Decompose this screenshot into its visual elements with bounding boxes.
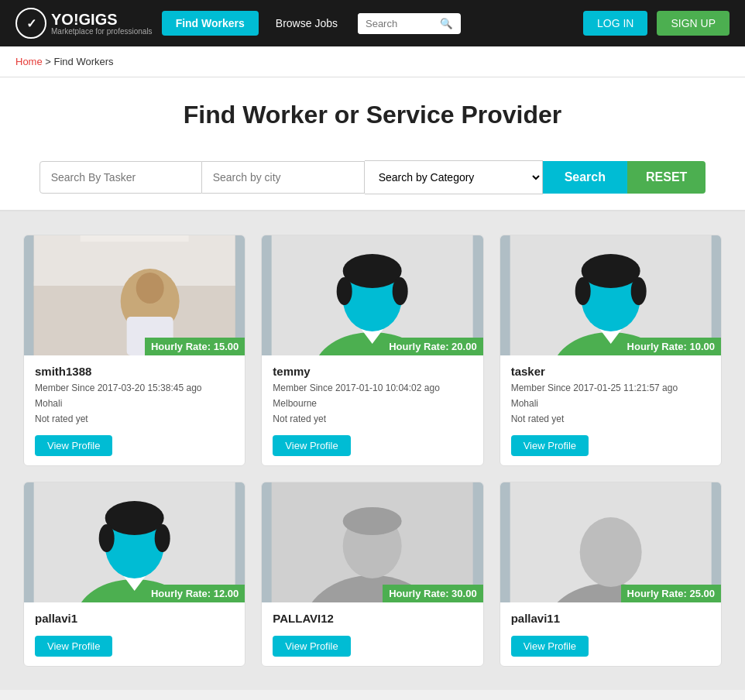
- search-category-select[interactable]: Search by Category: [365, 160, 543, 194]
- worker-city: Melbourne: [273, 396, 472, 410]
- search-tasker-input[interactable]: [39, 161, 202, 194]
- view-profile-button[interactable]: View Profile: [273, 636, 350, 657]
- card-image: Hourly Rate: 10.00: [500, 235, 721, 355]
- hourly-rate-badge: Hourly Rate: 15.00: [145, 338, 245, 355]
- card-body: pallavi11 View Profile: [500, 602, 721, 666]
- worker-card: Hourly Rate: 12.00 pallavi1 View Profile: [23, 482, 245, 667]
- content-area: Hourly Rate: 15.00 smith1388 Member Sinc…: [0, 211, 745, 690]
- worker-username: pallavi1: [35, 612, 234, 625]
- view-profile-button[interactable]: View Profile: [511, 435, 589, 456]
- svg-point-37: [579, 517, 641, 587]
- hourly-rate-badge: Hourly Rate: 20.00: [383, 338, 482, 355]
- svg-point-22: [630, 277, 646, 305]
- breadcrumb-separator: >: [45, 56, 51, 67]
- card-body: tasker Member Since 2017-01-25 11:21:57 …: [500, 355, 721, 465]
- card-image: Hourly Rate: 25.00: [500, 482, 721, 602]
- svg-point-14: [393, 277, 408, 305]
- worker-card: Hourly Rate: 15.00 smith1388 Member Sinc…: [23, 235, 245, 466]
- page-title-section: Find Worker or Service Provider: [0, 77, 745, 145]
- logo-sub: Marketplace for professionals: [51, 27, 153, 36]
- svg-point-12: [343, 254, 402, 288]
- hourly-rate-badge: Hourly Rate: 12.00: [145, 585, 245, 602]
- worker-username: pallavi11: [511, 612, 710, 625]
- worker-card: Hourly Rate: 20.00 temmy Member Since 20…: [261, 235, 483, 466]
- svg-point-29: [99, 524, 115, 552]
- reset-button[interactable]: RESET: [627, 161, 706, 194]
- card-body: smith1388 Member Since 2017-03-20 15:38:…: [24, 355, 245, 465]
- hourly-rate-badge: Hourly Rate: 10.00: [621, 338, 721, 355]
- search-button[interactable]: Search: [543, 161, 627, 194]
- login-button[interactable]: LOG IN: [583, 11, 647, 36]
- header-search-icon[interactable]: 🔍: [432, 13, 461, 34]
- view-profile-button[interactable]: View Profile: [35, 435, 112, 456]
- find-workers-button[interactable]: Find Workers: [162, 11, 259, 36]
- card-body: pallavi1 View Profile: [24, 602, 245, 666]
- worker-rating: Not rated yet: [511, 412, 710, 426]
- header-search-input[interactable]: [358, 13, 432, 34]
- search-bar: Search by Category Search RESET: [0, 145, 745, 211]
- card-body: PALLAVI12 View Profile: [262, 602, 482, 666]
- worker-member-since: Member Since 2017-01-25 11:21:57 ago: [511, 381, 710, 395]
- view-profile-button[interactable]: View Profile: [273, 435, 350, 456]
- breadcrumb-current: Find Workers: [54, 56, 114, 67]
- page-title: Find Worker or Service Provider: [15, 101, 730, 129]
- svg-point-28: [105, 501, 164, 535]
- worker-rating: Not rated yet: [273, 412, 472, 426]
- header: ✓ YO!GIGS Marketplace for professionals …: [0, 0, 745, 46]
- worker-city: Mohali: [35, 396, 234, 410]
- svg-point-21: [575, 277, 590, 305]
- breadcrumb: Home > Find Workers: [0, 46, 745, 77]
- logo: ✓ YO!GIGS Marketplace for professionals: [15, 8, 153, 39]
- worker-member-since: Member Since 2017-03-20 15:38:45 ago: [35, 381, 234, 395]
- svg-point-20: [581, 254, 640, 288]
- browse-jobs-button[interactable]: Browse Jobs: [268, 11, 345, 36]
- svg-rect-3: [81, 235, 189, 242]
- worker-username: temmy: [273, 365, 472, 378]
- svg-point-13: [337, 277, 352, 305]
- card-image: Hourly Rate: 12.00: [24, 482, 245, 602]
- worker-username: tasker: [511, 365, 710, 378]
- workers-grid: Hourly Rate: 15.00 smith1388 Member Sinc…: [23, 235, 722, 667]
- worker-city: Mohali: [511, 396, 710, 410]
- card-image: Hourly Rate: 15.00: [24, 235, 245, 355]
- worker-rating: Not rated yet: [35, 412, 234, 426]
- worker-username: PALLAVI12: [273, 612, 472, 625]
- view-profile-button[interactable]: View Profile: [35, 636, 112, 657]
- logo-text: YO!GIGS: [51, 12, 153, 27]
- card-image: Hourly Rate: 30.00: [262, 482, 482, 602]
- worker-username: smith1388: [35, 365, 234, 378]
- card-body: temmy Member Since 2017-01-10 10:04:02 a…: [262, 355, 482, 465]
- hourly-rate-badge: Hourly Rate: 30.00: [383, 585, 482, 602]
- worker-member-since: Member Since 2017-01-10 10:04:02 ago: [273, 381, 472, 395]
- breadcrumb-home[interactable]: Home: [15, 56, 43, 67]
- worker-card: Hourly Rate: 10.00 tasker Member Since 2…: [500, 235, 722, 466]
- svg-point-30: [155, 524, 170, 552]
- svg-point-5: [136, 273, 164, 304]
- view-profile-button[interactable]: View Profile: [511, 636, 589, 657]
- signup-button[interactable]: SIGN UP: [657, 11, 730, 36]
- svg-point-34: [343, 507, 402, 535]
- search-city-input[interactable]: [202, 161, 365, 194]
- logo-icon: ✓: [15, 8, 46, 39]
- worker-card: Hourly Rate: 30.00 PALLAVI12 View Profil…: [261, 482, 483, 667]
- card-image: Hourly Rate: 20.00: [262, 235, 482, 355]
- hourly-rate-badge: Hourly Rate: 25.00: [621, 585, 721, 602]
- header-search-box: 🔍: [358, 13, 461, 34]
- worker-card: Hourly Rate: 25.00 pallavi11 View Profil…: [500, 482, 722, 667]
